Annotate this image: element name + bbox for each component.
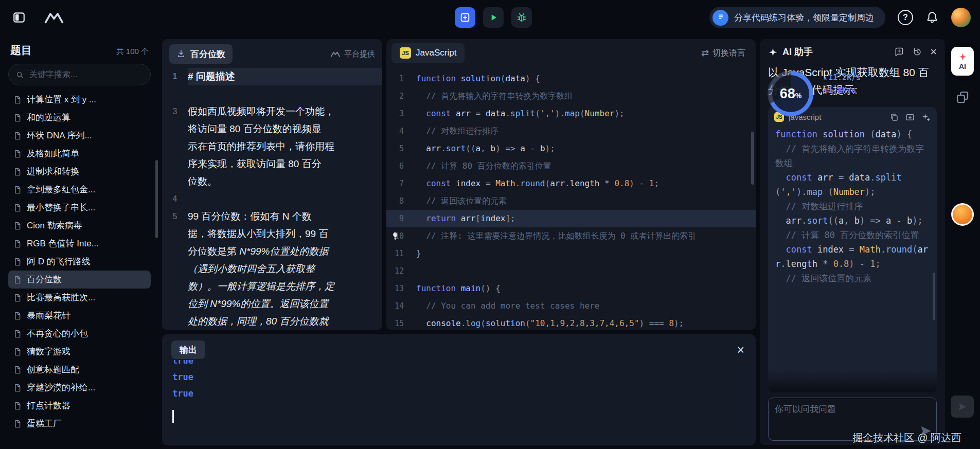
editor-scrollbar[interactable]: [751, 132, 754, 185]
sidebar-item[interactable]: 创意标题匹配: [8, 361, 151, 379]
problem-line: 分位数是第 N*99%位置处的数据: [162, 243, 382, 260]
code-line[interactable]: 3 const arr = data.split(',').map(Number…: [386, 105, 756, 122]
sidebar-item-label: 不再贪心的小包: [27, 328, 88, 339]
file-icon: [13, 186, 22, 194]
sidebar-toggle-button[interactable]: [9, 8, 29, 27]
new-chat-icon[interactable]: [894, 47, 904, 57]
help-button[interactable]: ?: [898, 10, 913, 25]
search-input[interactable]: [28, 69, 143, 80]
file-icon: [13, 348, 22, 356]
problem-line: 5 99 百分位数：假如有 N 个数: [162, 208, 382, 225]
switch-language-button[interactable]: ⇄ 切换语言: [701, 47, 745, 59]
sidebar-item[interactable]: 及格如此简单: [8, 145, 151, 163]
sidebar-item[interactable]: 和的逆运算: [8, 109, 151, 127]
sidebar-scrollbar[interactable]: [155, 160, 158, 238]
sidebar-item-label: 进制求和转换: [27, 166, 79, 177]
network-speeds: ▲11.2K/s ▼1.8K/s: [824, 73, 861, 95]
line-number: 12: [386, 262, 416, 280]
promo-banner[interactable]: 分享代码练习体验，领限量定制周边: [709, 7, 885, 28]
sidebar-item[interactable]: 计算位置 x 到 y ...: [8, 91, 151, 109]
file-icon: [13, 150, 22, 158]
language-tab[interactable]: JS JavaScript: [391, 43, 465, 63]
progress-unit: %: [795, 92, 801, 100]
sidebar-item[interactable]: 阿 D 的飞行路线: [8, 253, 151, 271]
sidebar-item[interactable]: 猜数字游戏: [8, 343, 151, 361]
code-editor-panel: JS JavaScript ⇄ 切换语言 1 function solution…: [386, 39, 756, 330]
user-avatar[interactable]: [951, 8, 971, 27]
problem-line: 据，将数据从小到大排列，99 百: [162, 225, 382, 243]
new-snippet-button[interactable]: [455, 7, 475, 28]
code-line[interactable]: 15 console.log(solution("10,1,9,2,8,3,7,…: [386, 315, 756, 330]
code-area[interactable]: 1 function solution(data) { 2 // 首先将输入的字…: [386, 67, 756, 330]
help-icon: ?: [903, 13, 908, 22]
sidebar-item-label: Cion 勒索病毒: [27, 220, 82, 231]
code-line[interactable]: 9 return arr[index];: [386, 210, 756, 227]
activity-badge[interactable]: [951, 203, 974, 226]
copy-icon[interactable]: [889, 113, 899, 122]
sidebar-item-label: 和的逆运算: [27, 112, 70, 123]
debug-button[interactable]: [511, 7, 532, 28]
widgets-button[interactable]: [955, 89, 970, 105]
sidebar-item[interactable]: 打点计数器: [8, 397, 151, 415]
file-icon: [13, 366, 22, 374]
code-line[interactable]: 4 // 对数组进行排序: [386, 122, 756, 140]
code-line[interactable]: 11 }: [386, 245, 756, 262]
code-line[interactable]: 1 function solution(data) {: [386, 70, 756, 87]
sidebar-item[interactable]: 不再贪心的小包: [8, 325, 151, 343]
output-console[interactable]: truetruetrue: [162, 360, 756, 445]
sparkle-plus-icon[interactable]: [921, 113, 931, 122]
file-icon: [13, 276, 22, 284]
line-number: 13: [386, 280, 416, 297]
bell-icon: [925, 11, 939, 24]
sidebar-item[interactable]: RGB 色值转 Inte...: [8, 235, 151, 253]
line-number: 1: [386, 70, 416, 87]
code-line[interactable]: 7 const index = Math.round(arr.length * …: [386, 175, 756, 192]
sidebar-item[interactable]: Cion 勒索病毒: [8, 217, 151, 235]
insert-code-icon[interactable]: [905, 113, 915, 122]
code-line[interactable]: 13 function main() {: [386, 280, 756, 297]
code-line[interactable]: 12: [386, 262, 756, 280]
banner-text: 分享代码练习体验，领限量定制周边: [734, 12, 874, 24]
notifications-button[interactable]: [925, 11, 939, 24]
floating-widget-button[interactable]: [951, 396, 974, 418]
app-logo[interactable]: [42, 10, 66, 25]
problem-line: 数）。一般计算逻辑是先排序，定: [162, 278, 382, 295]
language-tab-label: JavaScript: [416, 48, 456, 58]
sidebar-item[interactable]: 最小替换子串长...: [8, 199, 151, 217]
problem-line-number: [162, 120, 188, 138]
history-icon[interactable]: [912, 47, 922, 57]
sidebar-item[interactable]: 拿到最多红包金...: [8, 181, 151, 199]
ai-question-input[interactable]: [775, 403, 919, 435]
code-line[interactable]: 14 // You can add more test cases here: [386, 297, 756, 315]
ai-launcher-button[interactable]: AI: [951, 47, 974, 76]
code-line[interactable]: 8 // 返回该位置的元素: [386, 192, 756, 210]
sidebar-item-label: 百分位数: [27, 274, 62, 285]
ai-assistant-panel: AI 助手 × 68%: [760, 39, 945, 445]
sidebar-item[interactable]: 比赛最高获胜次...: [8, 289, 151, 307]
problem-count: 共 100 个: [116, 47, 149, 57]
run-button[interactable]: [483, 7, 504, 28]
sidebar-item[interactable]: 蛋糕工厂: [8, 415, 151, 433]
sidebar-item-label: 穿越沙漠的补给...: [27, 382, 95, 393]
problem-panel: 百分位数 平台提供 1 # 问题描述 3 假如西瓜视频即将开发一个功能，: [162, 39, 382, 330]
ai-close-icon[interactable]: ×: [930, 46, 937, 58]
sidebar-item[interactable]: 进制求和转换: [8, 163, 151, 181]
problem-line: （遇到小数时四舍五入获取整: [162, 260, 382, 278]
sidebar-item[interactable]: 百分位数: [8, 271, 151, 289]
sidebar-item-label: 比赛最高获胜次...: [27, 292, 95, 303]
problem-list: 计算位置 x 到 y ... 和的逆运算 环状 DNA 序列... 及格如此简单…: [8, 91, 151, 433]
sidebar-item[interactable]: 环状 DNA 序列...: [8, 127, 151, 145]
code-line[interactable]: 10 // 注释: 这里需要注意边界情况，比如数组长度为 0 或者计算出的索引: [386, 227, 756, 245]
code-line[interactable]: 5 arr.sort((a, b) => a - b);: [386, 140, 756, 157]
sidebar-item-label: RGB 色值转 Inte...: [27, 238, 99, 249]
sidebar-item[interactable]: 暴雨梨花针: [8, 307, 151, 325]
code-line[interactable]: 6 // 计算 80 百分位数的索引位置: [386, 157, 756, 175]
ai-code-block: JS javascript: [768, 107, 937, 392]
problem-line: 序来实现，获取访问量 80 百分: [162, 155, 382, 173]
line-number: 10: [386, 227, 416, 245]
code-line[interactable]: 2 // 首先将输入的字符串转换为数字数组: [386, 87, 756, 105]
output-close-icon[interactable]: ×: [737, 344, 744, 356]
sidebar-item[interactable]: 穿越沙漠的补给...: [8, 379, 151, 397]
ai-code-scrollbar[interactable]: [933, 273, 935, 320]
download-icon[interactable]: [176, 49, 186, 59]
